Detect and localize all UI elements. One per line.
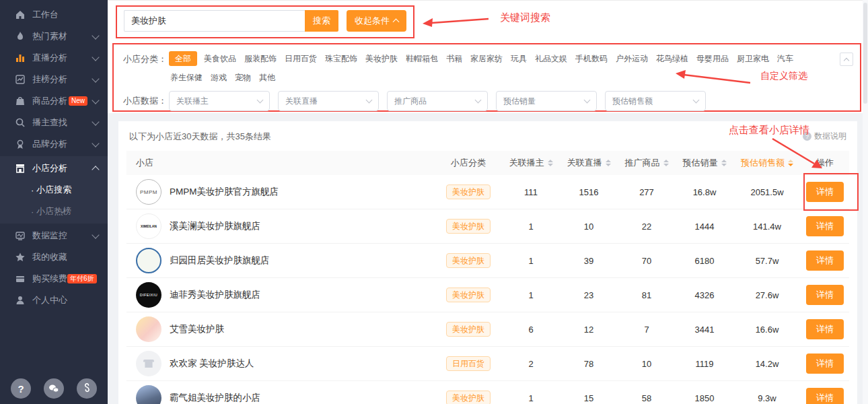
category-badge: 美妆护肤 — [446, 219, 491, 234]
sidebar-item-data-monitor[interactable]: 数据监控 — [0, 225, 108, 246]
shop-avatar: XIMEILAN — [136, 213, 161, 239]
sidebar-item-workbench[interactable]: 工作台 — [0, 4, 108, 26]
col-header-products[interactable]: 推广商品 — [618, 157, 676, 169]
sidebar-item-shop-analysis[interactable]: 小店分析 — [0, 158, 108, 179]
chevron-down-icon — [693, 97, 700, 104]
category-option[interactable]: 珠宝配饰 — [324, 51, 359, 66]
chevron-down-icon — [92, 53, 99, 61]
detail-button[interactable]: 详情 — [806, 182, 844, 202]
category-option[interactable]: 日用百货 — [283, 51, 318, 66]
data-filter-label: 小店数据： — [123, 93, 169, 109]
col-header-revenue[interactable]: 预估销售额 — [733, 157, 801, 169]
chevron-down-icon — [92, 139, 99, 147]
user-icon — [15, 295, 26, 306]
filter-dropdown[interactable]: 推广商品 — [387, 91, 488, 111]
shop-name: 溪美澜美妆护肤旗舰店 — [170, 220, 260, 232]
category-badge: 美妆护肤 — [446, 391, 491, 404]
filter-dropdown[interactable]: 关联直播 — [278, 91, 379, 111]
collapse-conditions-button[interactable]: 收起条件 — [347, 10, 406, 32]
category-option[interactable]: 美食饮品 — [203, 51, 238, 66]
table-body: PMPM PMPM美妆护肤官方旗舰店 美妆护肤 111 1516 277 16.… — [126, 175, 849, 404]
sidebar-item-purchase-renew[interactable]: 购买续费 年付6折 — [0, 268, 108, 290]
lives-count: 15 — [560, 393, 618, 403]
category-option[interactable]: 玩具 — [509, 51, 528, 66]
sales-estimate: 3441 — [676, 325, 733, 335]
category-option[interactable]: 母婴用品 — [695, 51, 730, 66]
category-option[interactable]: 养生保健 — [169, 70, 204, 85]
lives-count: 23 — [560, 290, 618, 300]
sidebar-item-hot-material[interactable]: 热门素材 — [0, 26, 108, 47]
filter-dropdown-placeholder: 预估销量 — [503, 96, 536, 107]
search-input[interactable] — [124, 10, 305, 32]
fire-icon — [15, 31, 26, 42]
filter-dropdown[interactable]: 预估销量 — [496, 91, 597, 111]
detail-button[interactable]: 详情 — [806, 354, 844, 374]
annotation-view-detail: 点击查看小店详情 — [729, 124, 809, 137]
category-option[interactable]: 全部 — [169, 51, 197, 66]
category-option[interactable]: 厨卫家电 — [735, 51, 770, 66]
category-option[interactable]: 书籍 — [445, 51, 464, 66]
sidebar-item-ranking-analysis[interactable]: 挂榜分析 — [0, 69, 108, 90]
sort-carets-icon — [548, 157, 553, 169]
chevron-down-icon — [257, 97, 264, 104]
hosts-count: 1 — [502, 222, 560, 232]
sidebar-item-label: 挂榜分析 — [32, 73, 93, 86]
category-option[interactable]: 手机数码 — [574, 51, 609, 66]
results-panel: 以下为小店近30天数据，共35条结果 ? 数据说明 小店 小店分类 关联播主 关… — [118, 121, 857, 404]
filter-dropdown[interactable]: 关联播主 — [169, 91, 270, 111]
category-badge: 美妆护肤 — [446, 288, 491, 302]
detail-button[interactable]: 详情 — [806, 319, 844, 339]
share-icon[interactable] — [77, 378, 97, 399]
search-button[interactable]: 搜索 — [305, 10, 338, 32]
category-option[interactable]: 花鸟绿植 — [655, 51, 690, 66]
chevron-down-icon — [92, 118, 99, 125]
shop-avatar — [136, 248, 161, 273]
revenue-estimate: 27.6w — [733, 290, 801, 300]
sidebar-group-shop-analysis: 小店分析 小店搜索 小店热榜 — [0, 156, 108, 224]
category-option[interactable]: 美妆护肤 — [364, 51, 399, 66]
hosts-count: 1 — [502, 290, 560, 300]
sidebar-subitem-shop-ranking[interactable]: 小店热榜 — [0, 201, 108, 222]
category-option[interactable]: 服装配饰 — [243, 51, 278, 66]
filter-dropdown[interactable]: 预估销售额 — [605, 91, 706, 111]
products-count: 277 — [618, 187, 676, 197]
hosts-count: 1 — [502, 256, 560, 266]
category-option[interactable]: 宠物 — [233, 70, 252, 85]
col-header-action: 操作 — [801, 157, 849, 169]
sidebar-item-user-center[interactable]: 个人中心 — [0, 290, 108, 311]
category-badge: 日用百货 — [446, 356, 491, 371]
collapse-panel-button[interactable] — [840, 53, 853, 66]
sidebar-item-label: 个人中心 — [32, 294, 98, 306]
sidebar-item-host-search[interactable]: 播主查找 — [0, 112, 108, 133]
detail-button[interactable]: 详情 — [806, 216, 844, 236]
category-option[interactable]: 汽车 — [776, 51, 795, 66]
sidebar-item-product-analysis[interactable]: 商品分析 New — [0, 90, 108, 112]
category-option[interactable]: 游戏 — [209, 70, 228, 85]
sidebar-item-favorites[interactable]: 我的收藏 — [0, 246, 108, 268]
category-options: 全部 美食饮品 服装配饰 日用百货 珠宝配饰 美妆护肤 鞋帽箱包 书籍 家居家纺… — [169, 51, 830, 85]
col-header-lives[interactable]: 关联直播 — [560, 157, 618, 169]
category-option[interactable]: 其他 — [258, 70, 277, 85]
category-option[interactable]: 鞋帽箱包 — [404, 51, 439, 66]
col-header-category: 小店分类 — [435, 157, 502, 169]
category-option[interactable]: 家居家纺 — [469, 51, 504, 66]
scrollbar[interactable] — [863, 0, 868, 404]
shop-avatar — [136, 385, 161, 404]
col-header-hosts[interactable]: 关联播主 — [502, 157, 560, 169]
sidebar-item-brand-analysis[interactable]: 品牌分析 — [0, 133, 108, 155]
chevron-down-icon — [584, 97, 591, 104]
detail-button[interactable]: 详情 — [806, 388, 844, 404]
scrollbar-thumb[interactable] — [863, 3, 867, 104]
detail-button[interactable]: 详情 — [806, 285, 844, 305]
detail-button[interactable]: 详情 — [806, 250, 844, 271]
sidebar-item-live-analysis[interactable]: 直播分析 — [0, 47, 108, 69]
revenue-estimate: 2051.5w — [733, 187, 801, 197]
category-option[interactable]: 礼品文娱 — [534, 51, 569, 66]
chevron-up-icon — [844, 57, 849, 63]
sidebar-subitem-shop-search[interactable]: 小店搜索 — [0, 179, 108, 201]
wechat-icon[interactable] — [44, 378, 64, 399]
col-header-sales[interactable]: 预估销量 — [676, 157, 733, 169]
help-icon[interactable]: ? — [11, 378, 31, 399]
shop-name: 归园田居美妆护肤旗舰店 — [170, 255, 270, 267]
category-option[interactable]: 户外运动 — [614, 51, 649, 66]
